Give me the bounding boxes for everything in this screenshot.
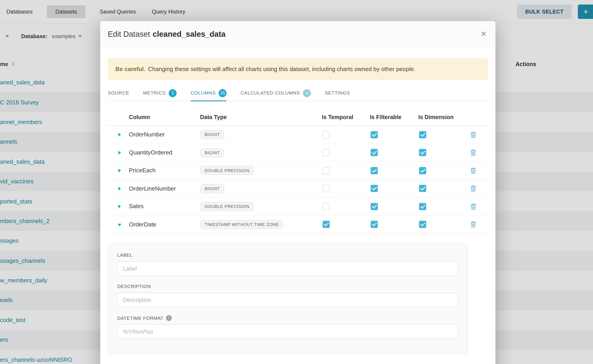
description-field-label: DESCRIPTION [117,284,459,289]
tab-source[interactable]: SOURCE [108,85,129,101]
delete-column-icon[interactable] [470,185,476,192]
label-input[interactable] [117,261,459,276]
is-filterable-cell [370,167,418,174]
column-row: QuantityOrdered BIGINT [108,144,488,162]
is-filterable-header: Is Filterable [370,114,418,120]
delete-column-icon[interactable] [470,221,476,228]
delete-column-icon[interactable] [470,167,476,174]
caret-cell [108,203,129,210]
delete-column-icon[interactable] [470,149,476,156]
modal-header: Edit Datasetcleaned_sales_data × [100,21,495,47]
column-name: Sales [129,203,200,210]
column-name: PriceEach [129,167,200,174]
data-type-header: Data Type [200,114,322,120]
delete-cell [470,149,488,156]
modal-tabs: SOURCE METRICS 1 COLUMNS 25 CALCULATED C… [108,85,488,101]
tab-label: SETTINGS [325,91,350,96]
is-dimension-cell [418,167,470,174]
modal-title: Edit Datasetcleaned_sales_data [108,29,226,38]
is-temporal-header: Is Temporal [322,114,370,120]
is-dimension-cell [418,185,470,192]
column-name: OrderLineNumber [129,185,200,192]
columns-table-header: Column Data Type Is Temporal Is Filterab… [108,108,488,126]
column-row: Sales DOUBLE PRECISION [108,198,488,216]
is-temporal-cell [322,185,370,192]
is-dimension-checkbox[interactable] [419,221,426,228]
delete-column-icon[interactable] [470,203,476,209]
is-dimension-checkbox[interactable] [419,131,426,138]
datetime-format-input[interactable] [117,324,459,339]
tab-label: COLUMNS [191,91,216,96]
is-dimension-cell [418,149,470,156]
data-type-cell: BIGINT [200,184,322,193]
delete-column-icon[interactable] [470,131,476,138]
expand-caret-icon[interactable] [119,133,121,137]
tab-label: CALCULATED COLUMNS [241,91,300,96]
datetime-format-field-label: DATETIME FORMAT i [117,315,459,321]
is-filterable-checkbox[interactable] [370,131,378,138]
caret-cell [108,185,129,192]
data-type-cell: DOUBLE PRECISION [200,202,322,211]
is-temporal-cell [322,131,370,138]
expand-caret-icon[interactable] [119,151,121,155]
is-filterable-checkbox[interactable] [370,203,378,210]
is-dimension-checkbox[interactable] [419,203,426,210]
is-filterable-cell [370,185,418,192]
tab-label: METRICS [143,91,166,96]
delete-cell [470,221,488,228]
close-icon[interactable]: × [479,27,488,40]
modal-body: Be careful. Changing these settings will… [100,58,495,364]
data-type-pill: DOUBLE PRECISION [200,202,254,211]
caret-cell [108,149,129,156]
is-filterable-checkbox[interactable] [370,149,378,156]
columns-table-body: OrderNumber BIGINT QuantityOrdered BIGIN… [108,126,488,234]
warning-banner: Be careful. Changing these settings will… [108,58,488,80]
is-filterable-checkbox[interactable] [370,221,378,228]
is-filterable-checkbox[interactable] [370,185,378,192]
warning-banner-text: Changing these settings will affect all … [148,66,415,73]
is-dimension-cell [418,131,470,138]
is-temporal-cell [322,203,370,210]
is-filterable-cell [370,203,418,210]
expand-caret-icon[interactable] [119,205,121,208]
expand-caret-icon[interactable] [118,224,121,227]
is-filterable-checkbox[interactable] [370,167,378,174]
tab-calculated-columns[interactable]: CALCULATED COLUMNS 0 [241,85,311,101]
is-temporal-checkbox[interactable] [323,221,330,228]
tab-columns[interactable]: COLUMNS 25 [191,85,227,101]
is-temporal-cell [322,167,370,174]
tab-settings[interactable]: SETTINGS [325,85,350,101]
is-temporal-checkbox[interactable] [323,149,330,156]
modal-title-prefix: Edit Dataset [108,29,150,38]
is-dimension-checkbox[interactable] [419,185,426,192]
is-filterable-cell [370,149,418,156]
is-dimension-checkbox[interactable] [419,167,426,174]
expand-caret-icon[interactable] [119,169,121,173]
is-temporal-checkbox[interactable] [323,131,330,138]
is-temporal-checkbox[interactable] [323,167,330,174]
column-detail-panel: LABEL DESCRIPTION DATETIME FORMAT i [108,243,468,353]
is-temporal-checkbox[interactable] [323,185,330,192]
is-filterable-cell [370,131,418,138]
delete-cell [470,167,488,174]
column-row: OrderDate TIMESTAMP WITHOUT TIME ZONE [108,216,488,234]
description-input[interactable] [117,292,459,307]
delete-cell [470,203,488,209]
info-icon[interactable]: i [166,315,172,321]
tab-count-badge: 25 [219,89,227,97]
data-type-pill: BIGINT [200,130,224,139]
column-row: OrderNumber BIGINT [108,126,488,144]
data-type-pill: TIMESTAMP WITHOUT TIME ZONE [200,220,283,229]
expand-caret-icon[interactable] [119,187,121,191]
is-temporal-cell [322,221,370,228]
data-type-pill: BIGINT [200,184,224,193]
caret-cell [108,131,129,138]
tab-label: SOURCE [108,91,129,96]
datetime-format-label-text: DATETIME FORMAT [117,316,164,321]
is-dimension-checkbox[interactable] [419,149,426,156]
is-temporal-checkbox[interactable] [323,203,330,210]
column-name: OrderDate [129,221,200,228]
tab-metrics[interactable]: METRICS 1 [143,85,177,101]
caret-cell [108,167,129,174]
column-name: QuantityOrdered [129,149,200,156]
